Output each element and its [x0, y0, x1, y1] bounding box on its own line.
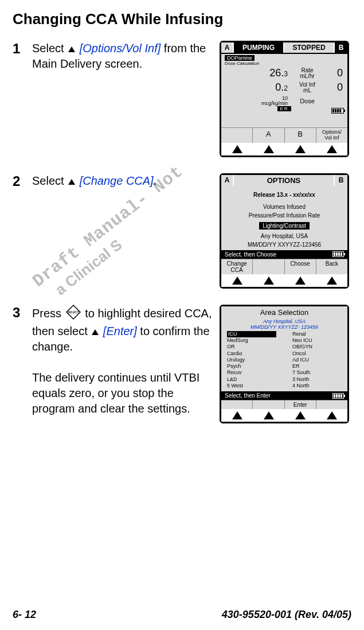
hospital-id: MM/DD/YY XXYYZZ- 123456 [221, 324, 347, 330]
softkey-blank[interactable] [253, 400, 284, 409]
svg-text:SELECT: SELECT [67, 310, 79, 314]
options-screen: A OPTIONS B Release 13.x - xx/xx/xx Volu… [220, 173, 349, 289]
softkey-back[interactable]: Back [316, 259, 347, 274]
options-title: OPTIONS [234, 175, 335, 186]
area-selection-title: Area Selection [221, 306, 347, 318]
option-volumes-infused[interactable]: Volumes Infused [224, 204, 345, 210]
enter-ref: [Enter] [103, 325, 137, 337]
page-number: 6- 12 [13, 609, 36, 621]
channel-a-tab[interactable]: A [221, 175, 234, 186]
area-item[interactable]: Neo ICU [292, 337, 342, 344]
document-id: 430-95520-001 (Rev. 04/05) [222, 609, 351, 621]
vol-inf-label: Vol InfmL [291, 82, 323, 94]
area-item[interactable]: 7 South [292, 370, 342, 376]
change-cca-ref: [Change CCA] [80, 174, 154, 187]
area-item[interactable]: Urology [227, 357, 276, 363]
area-item-icu[interactable]: ICU [227, 331, 276, 337]
softkey-options-vol-inf[interactable]: Options/Vol Inf [316, 128, 347, 143]
area-item[interactable]: Ad ICU [292, 357, 342, 363]
vol-inf-value: 0.2 [226, 81, 291, 94]
softkey-up-icon [68, 179, 75, 185]
softkey-up-icon [68, 46, 75, 52]
battery-icon [332, 393, 344, 399]
softkey-blank[interactable] [221, 400, 253, 409]
softkey-choose[interactable]: Choose [285, 259, 316, 274]
page-title: Changing CCA While Infusing [13, 10, 351, 28]
select-then-choose-label: Select, then Choose [225, 251, 276, 258]
softkey-a[interactable]: A [253, 128, 284, 143]
softkey-arrow-3[interactable] [284, 277, 316, 286]
area-item[interactable]: 5 West [227, 383, 276, 389]
area-selection-screen: Area Selection Any Hospital, USA MM/DD/Y… [220, 305, 349, 423]
hospital-label: Any Hospital, USA [221, 318, 347, 324]
area-item[interactable]: Renal [292, 331, 342, 337]
softkey-b[interactable]: B [285, 128, 316, 143]
battery-icon [332, 251, 344, 257]
softkey-arrow-3[interactable] [284, 411, 316, 421]
area-column-b: Renal Neo ICU OB/GYN Oncol Ad ICU ER 7 S… [292, 331, 342, 389]
softkey-arrow-4[interactable] [316, 145, 347, 154]
area-item[interactable]: Psych [227, 363, 276, 370]
area-item[interactable]: MedSurg [227, 337, 276, 344]
release-label: Release 13.x - xx/xx/xx [224, 192, 345, 198]
softkey-arrow-1[interactable] [221, 145, 253, 154]
select-then-enter-label: Select, then Enter [225, 392, 271, 399]
area-item[interactable]: ER [292, 363, 342, 370]
pumping-status: PUMPING [234, 42, 284, 53]
option-lighting-contrast[interactable]: Lighting/Contrast [259, 222, 310, 230]
area-item[interactable]: Recov [227, 370, 276, 376]
stopped-status: STOPPED [284, 42, 335, 53]
step-2-text: Select [Change CCA]. [32, 173, 220, 189]
softkey-arrow-2[interactable] [253, 411, 284, 421]
area-column-a: ICU MedSurg OR Cardio Urology Psych Reco… [227, 331, 276, 389]
softkey-arrow-1[interactable] [221, 277, 253, 286]
dose-calc-label: Dose Calculation [225, 61, 347, 66]
step-3-number: 3 [13, 305, 32, 321]
area-item[interactable]: OR [227, 344, 276, 350]
option-pressure-post-rate[interactable]: Pressure/Post Infusion Rate [224, 212, 345, 219]
softkey-arrow-4[interactable] [316, 411, 347, 421]
drug-label: DOPamine [225, 55, 255, 61]
rate-value-b: 0 [323, 67, 343, 79]
main-delivery-screen: A PUMPING STOPPED B DOPamine Dose Calcul… [220, 41, 349, 157]
softkey-arrow-3[interactable] [284, 145, 316, 154]
channel-a-tab[interactable]: A [221, 42, 234, 53]
softkey-blank[interactable] [221, 128, 253, 143]
softkey-arrow-1[interactable] [221, 411, 253, 421]
softkey-arrow-4[interactable] [316, 277, 347, 286]
step-1-number: 1 [13, 41, 32, 57]
battery-icon [331, 108, 344, 114]
hospital-label: Any Hospital, USA [224, 233, 345, 239]
softkey-enter[interactable]: Enter [285, 400, 316, 409]
area-item[interactable]: OB/GYN [292, 344, 342, 350]
softkey-blank[interactable] [253, 259, 284, 274]
channel-b-tab[interactable]: B [335, 175, 347, 186]
area-item[interactable]: L&D [227, 376, 276, 383]
er-badge: ER [277, 106, 291, 111]
options-vol-inf-ref: [Options/Vol Inf] [80, 42, 161, 55]
softkey-arrow-2[interactable] [253, 145, 284, 154]
hospital-id: MM/DD/YY XXYYZZ-123456 [224, 242, 345, 248]
area-item[interactable]: Cardio [227, 351, 276, 357]
channel-b-tab[interactable]: B [335, 42, 347, 53]
softkey-up-icon [92, 329, 99, 335]
vol-inf-value-b: 0 [323, 81, 343, 94]
step-3-text: Press SELECT to highlight desired CCA, t… [32, 305, 220, 417]
softkey-arrow-2[interactable] [253, 277, 284, 286]
step-2-number: 2 [13, 173, 32, 190]
area-item[interactable]: 4 North [292, 383, 342, 389]
step-1-text: Select [Options/Vol Inf] from the Main D… [32, 41, 220, 72]
softkey-blank[interactable] [316, 400, 347, 409]
rate-label: RatemL/hr [291, 68, 323, 79]
dose-label: Dose [291, 98, 323, 104]
area-item[interactable]: 3 North [292, 376, 342, 383]
select-button-icon: SELECT [66, 305, 81, 324]
area-item[interactable]: Oncol [292, 351, 342, 357]
softkey-change-cca[interactable]: ChangeCCA [221, 259, 253, 274]
rate-value: 26.3 [226, 67, 291, 79]
step-3-paragraph-2: The delivery continues until VTBI equals… [32, 371, 199, 415]
